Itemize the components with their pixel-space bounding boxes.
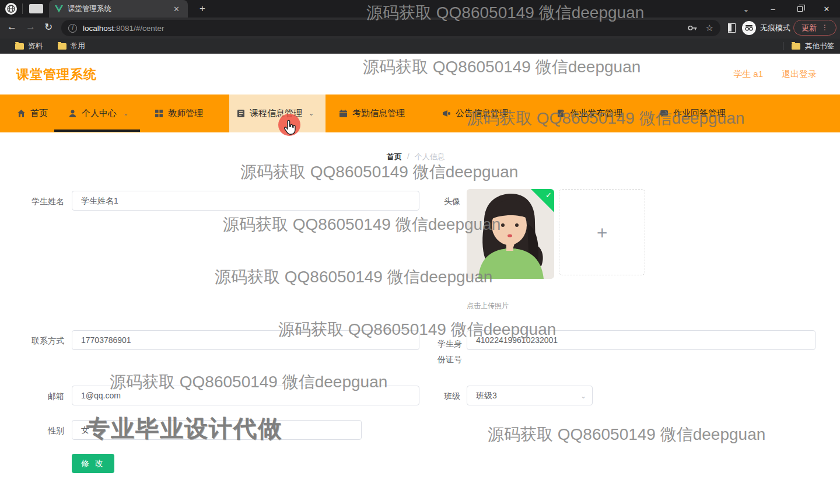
- site-info-icon[interactable]: i: [68, 24, 77, 33]
- breadcrumb: 首页 / 个人信息: [387, 152, 445, 162]
- tab-title: 课堂管理系统: [68, 4, 171, 14]
- watermark-text: 源码获取 QQ86050149 微信deepguan: [240, 161, 518, 183]
- pinned-window-icon[interactable]: [29, 4, 43, 13]
- incognito-label: 无痕模式: [760, 23, 790, 33]
- student-name-input[interactable]: 学生姓名1: [72, 191, 419, 211]
- bookmark-folder-1[interactable]: 资料: [15, 41, 43, 51]
- chevron-down-icon: ⌄: [309, 110, 314, 117]
- window-restore-button[interactable]: [786, 5, 813, 13]
- bookmarks-bar: 资料 常用 其他书签: [0, 38, 840, 54]
- class-select[interactable]: 班级3 ⌄: [467, 386, 593, 405]
- avatar-label: 头像: [435, 197, 460, 207]
- hand-cursor-icon: [282, 120, 297, 137]
- browser-profile-globe-icon[interactable]: [5, 3, 17, 15]
- nav-item-course-info-management[interactable]: 课程信息管理 ⌄: [229, 94, 326, 132]
- password-key-icon[interactable]: [688, 24, 698, 32]
- contact-label: 联系方式: [23, 336, 64, 346]
- nav-item-teacher-management[interactable]: 教师管理: [147, 94, 211, 132]
- announcement-icon: [443, 110, 450, 117]
- address-bar[interactable]: i localhost:8081/#/center ☆: [61, 20, 720, 36]
- upload-hint: 点击上传照片: [467, 301, 509, 311]
- bookmark-folder-2[interactable]: 常用: [58, 41, 85, 51]
- gender-label: 性别: [23, 426, 64, 436]
- vue-logo-icon: [55, 5, 63, 13]
- forward-button[interactable]: →: [26, 21, 36, 33]
- watermark-text: 源码获取 QQ86050149 微信deepguan: [223, 214, 501, 236]
- avatar-upload-box[interactable]: ＋: [559, 189, 645, 275]
- browser-toolbar: ← → ↻ i localhost:8081/#/center ☆ 无痕模式 更…: [0, 18, 840, 38]
- incognito-icon: [742, 21, 756, 35]
- modify-button[interactable]: 修 改: [72, 454, 114, 473]
- tab-close-icon[interactable]: ✕: [171, 5, 182, 13]
- menu-dots-icon[interactable]: ⋮: [821, 26, 828, 29]
- window-close-button[interactable]: ✕: [813, 5, 840, 13]
- url-path: :8081/#/center: [114, 24, 164, 33]
- back-button[interactable]: ←: [7, 21, 17, 33]
- breadcrumb-current: 个人信息: [415, 152, 445, 162]
- grid-icon: [155, 110, 163, 117]
- avatar-image[interactable]: ✓: [467, 189, 554, 279]
- contact-input[interactable]: 17703786901: [72, 330, 419, 350]
- site-header: 课堂管理系统 学生 a1 退出登录: [0, 54, 840, 94]
- folder-icon: [15, 43, 24, 50]
- watermark-text: 源码获取 QQ86050149 微信deepguan: [488, 424, 765, 446]
- chat-bubble-icon: [660, 110, 668, 117]
- student-name-label: 学生姓名: [23, 197, 64, 207]
- breadcrumb-separator: /: [407, 152, 410, 162]
- reload-button[interactable]: ↻: [44, 21, 52, 33]
- nav-item-home[interactable]: 首页: [9, 94, 56, 132]
- id-number-label: 学生身份证号: [432, 336, 462, 368]
- calendar-icon: [340, 110, 347, 117]
- folder-icon: [58, 43, 66, 50]
- incognito-badge: 无痕模式: [742, 20, 790, 36]
- main-nav: 首页 个人中心 ⌄ 教师管理 课程信息管理 ⌄ 考勤信息管理 公告信息管理 作业…: [0, 94, 840, 132]
- bookmark-star-icon[interactable]: ☆: [706, 23, 713, 33]
- nav-item-homework-publish-management[interactable]: 作业发布管理: [550, 94, 631, 132]
- active-nav-underline: [54, 130, 140, 132]
- nav-item-announcement-management[interactable]: 公告信息管理: [435, 94, 516, 132]
- class-label: 班级: [435, 391, 460, 402]
- current-user-label: 学生 a1: [733, 69, 763, 80]
- email-label: 邮箱: [23, 391, 64, 402]
- folder-icon: [792, 43, 800, 50]
- plus-icon: ＋: [593, 220, 611, 244]
- id-number-input[interactable]: 410224199610232001: [467, 330, 816, 350]
- breadcrumb-home[interactable]: 首页: [387, 152, 402, 162]
- new-tab-button[interactable]: +: [196, 2, 209, 15]
- other-bookmarks[interactable]: 其他书签: [805, 41, 834, 51]
- email-input[interactable]: 1@qq.com: [72, 386, 419, 405]
- edit-document-icon: [558, 110, 565, 117]
- check-icon: ✓: [545, 191, 552, 200]
- url-host: localhost: [83, 24, 114, 33]
- user-icon: [69, 110, 76, 117]
- side-panel-icon[interactable]: [728, 23, 736, 33]
- nav-item-attendance-management[interactable]: 考勤信息管理: [331, 94, 413, 132]
- bookmarks-separator: [783, 42, 783, 50]
- chevron-down-icon: ⌄: [123, 110, 128, 117]
- window-minimize-button[interactable]: –: [760, 5, 786, 13]
- home-icon: [18, 110, 25, 117]
- tab-separator: [22, 4, 23, 14]
- nav-item-homework-answer-management[interactable]: 作业回答管理: [652, 94, 734, 132]
- window-menu-chevron-icon[interactable]: ⌄: [733, 5, 760, 13]
- watermark-text: 源码获取 QQ86050149 微信deepguan: [215, 266, 492, 288]
- site-title: 课堂管理系统: [16, 66, 97, 83]
- chevron-down-icon: ⌄: [580, 386, 586, 405]
- logout-link[interactable]: 退出登录: [782, 69, 817, 80]
- browser-tab[interactable]: 课堂管理系统 ✕: [49, 0, 188, 18]
- nav-item-personal-center[interactable]: 个人中心 ⌄: [61, 94, 136, 132]
- document-icon: [237, 110, 244, 117]
- browser-update-button[interactable]: 更新 ⋮: [793, 20, 836, 36]
- browser-tab-strip: 课堂管理系统 ✕ + ⌄ – ✕: [0, 0, 840, 18]
- gender-input[interactable]: 女: [72, 420, 362, 440]
